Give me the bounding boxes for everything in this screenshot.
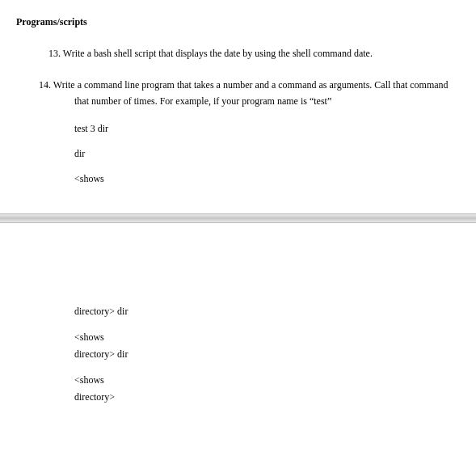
code-dir: dir (74, 148, 460, 160)
code-directory-dir-2: directory> dir (74, 347, 460, 361)
page-1: Programs/scripts 13. Write a bash shell … (0, 0, 476, 213)
q14-line1: 14. Write a command line program that ta… (39, 77, 460, 93)
q14-text-line1: Write a command line program that takes … (53, 79, 449, 91)
question-14: 14. Write a command line program that ta… (16, 77, 460, 185)
code-directory-dir-1: directory> dir (74, 304, 460, 319)
code-shows-3: <shows (74, 374, 460, 386)
section-heading: Programs/scripts (16, 16, 460, 28)
page-2: directory> dir <shows directory> dir <sh… (0, 223, 476, 420)
q13-text: Write a bash shell script that displays … (63, 48, 373, 59)
code-shows-2: <shows (74, 331, 460, 344)
q13-number: 13. (48, 48, 61, 59)
page-break (0, 213, 476, 223)
question-13: 13. Write a bash shell script that displ… (48, 46, 460, 61)
q14-line2: that number of times. For example, if yo… (74, 93, 460, 109)
code-test-3-dir: test 3 dir (74, 123, 460, 135)
code-shows-1: <shows (74, 173, 460, 185)
code-directory-3: directory> (74, 390, 460, 404)
q14-number: 14. (39, 79, 51, 91)
